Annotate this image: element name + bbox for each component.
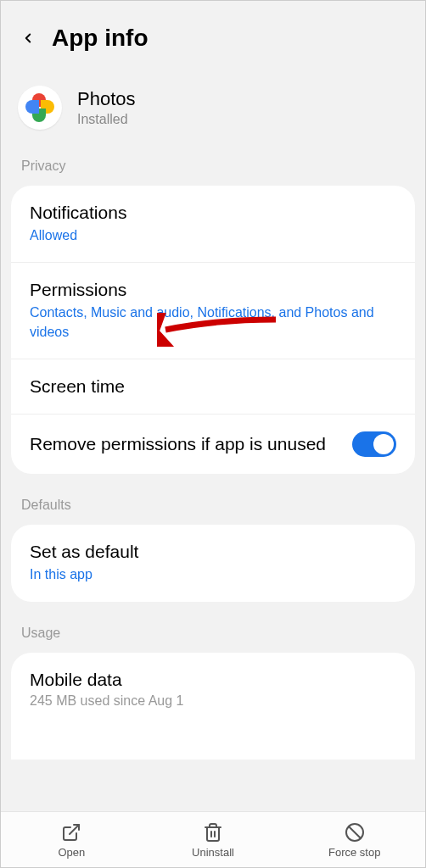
force-stop-button[interactable]: Force stop	[283, 822, 425, 859]
remove-permissions-title: Remove permissions if app is unused	[30, 432, 335, 456]
app-header-row: Photos Installed	[11, 70, 415, 152]
stop-icon	[345, 822, 365, 843]
svg-line-5	[349, 826, 361, 838]
photos-icon	[24, 92, 56, 124]
section-label-defaults: Defaults	[11, 491, 415, 525]
permissions-sub: Contacts, Music and audio, Notifications…	[30, 303, 396, 342]
app-status: Installed	[77, 112, 136, 127]
app-name: Photos	[77, 88, 136, 110]
back-icon[interactable]	[18, 28, 38, 48]
remove-permissions-item[interactable]: Remove permissions if app is unused	[11, 415, 415, 474]
screen-time-item[interactable]: Screen time	[11, 359, 415, 415]
open-button[interactable]: Open	[1, 822, 143, 859]
screen-time-title: Screen time	[30, 376, 396, 397]
set-as-default-title: Set as default	[30, 542, 396, 562]
section-label-usage: Usage	[11, 619, 415, 653]
set-as-default-sub: In this app	[30, 565, 396, 584]
open-label: Open	[58, 846, 85, 859]
trash-icon	[203, 822, 223, 843]
app-icon	[18, 86, 62, 130]
mobile-data-title: Mobile data	[30, 670, 396, 690]
permissions-item[interactable]: Permissions Contacts, Music and audio, N…	[11, 263, 415, 359]
uninstall-label: Uninstall	[192, 846, 234, 859]
mobile-data-item[interactable]: Mobile data 245 MB used since Aug 1	[11, 653, 415, 726]
notifications-title: Notifications	[30, 203, 396, 223]
uninstall-button[interactable]: Uninstall	[143, 822, 284, 859]
open-icon	[61, 822, 81, 843]
permissions-title: Permissions	[30, 280, 396, 300]
set-as-default-item[interactable]: Set as default In this app	[11, 525, 415, 601]
notifications-sub: Allowed	[30, 226, 396, 245]
mobile-data-sub: 245 MB used since Aug 1	[30, 693, 396, 709]
svg-line-1	[70, 825, 79, 834]
notifications-item[interactable]: Notifications Allowed	[11, 186, 415, 263]
bottom-bar: Open Uninstall Force stop	[1, 811, 425, 867]
section-label-privacy: Privacy	[11, 152, 415, 186]
force-stop-label: Force stop	[328, 846, 380, 859]
remove-permissions-toggle[interactable]	[352, 431, 396, 457]
page-title: App info	[52, 25, 149, 52]
